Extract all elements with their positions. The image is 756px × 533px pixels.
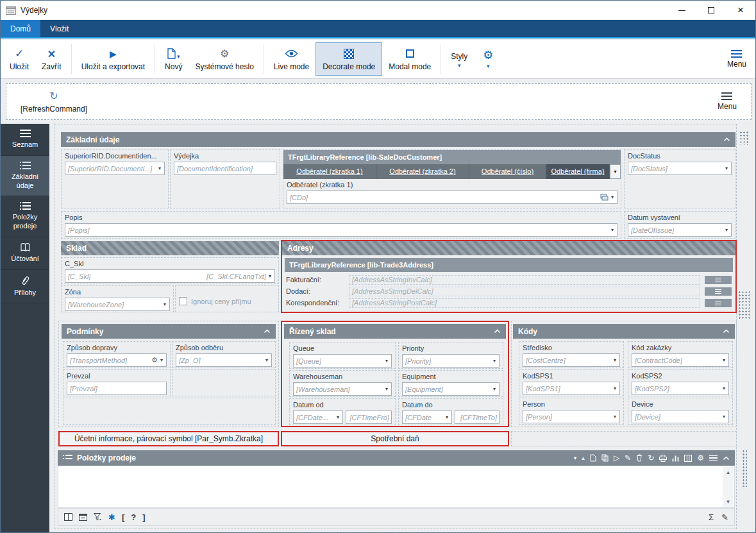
- minimize-button[interactable]: [667, 1, 696, 20]
- scroll-up-icon[interactable]: ▴: [727, 467, 730, 477]
- popis-combobox[interactable]: [Popis] ▾: [65, 223, 617, 237]
- run-icon[interactable]: ▷: [614, 454, 619, 462]
- close-doc-button[interactable]: × Zavřít: [35, 42, 68, 76]
- bar-spotrebni-dan[interactable]: Spotřební daň: [281, 431, 509, 446]
- sidebar-item-zakladni-udaje[interactable]: Základní údaje: [1, 156, 49, 197]
- edit-icon[interactable]: ✎: [625, 454, 631, 462]
- autofilter-icon[interactable]: ✱: [108, 513, 115, 521]
- section-header-polozky-prodeje[interactable]: Položky prodeje ▾ ▴ ▷ ✎ ↻ ⚙: [58, 450, 735, 466]
- document-identification-input[interactable]: [DocumentIdentification]: [174, 162, 276, 175]
- sum-icon[interactable]: Σ: [709, 513, 714, 521]
- field-ignoruj-ceny: Ignoruj ceny příjmu: [175, 285, 279, 312]
- bracket-right-icon[interactable]: ]: [142, 513, 145, 521]
- tab-odberatel-zkratka-2[interactable]: Odběratel (zkratka 2): [376, 164, 469, 179]
- filter-icon[interactable]: [94, 513, 102, 521]
- device-combobox[interactable]: [Device] ▾: [632, 410, 729, 423]
- prevzal-input[interactable]: [Prevzal]: [67, 382, 167, 395]
- print-icon[interactable]: [659, 455, 667, 462]
- collapse-icon[interactable]: [723, 329, 730, 334]
- save-button[interactable]: ✓ Uložit: [3, 42, 35, 76]
- copy-icon[interactable]: [601, 454, 609, 462]
- transport-method-combobox[interactable]: [TransportMethod] ⚙ ▾: [67, 353, 167, 367]
- sidebar-item-uctovani[interactable]: Účtování: [1, 237, 49, 270]
- settings-icon[interactable]: ⚙: [697, 454, 704, 462]
- person-combobox[interactable]: [Person] ▾: [523, 410, 620, 423]
- columns-icon[interactable]: [64, 513, 72, 521]
- collapse-icon[interactable]: [494, 329, 501, 334]
- gear-icon[interactable]: ⚙: [151, 357, 158, 364]
- kodsps2-combobox[interactable]: [KodSPS2] ▾: [632, 382, 729, 395]
- time-from-input[interactable]: [CFTimeFro]: [346, 410, 392, 424]
- caret-up-icon[interactable]: ▴: [582, 455, 585, 461]
- checkbox[interactable]: [179, 297, 187, 305]
- cdo-combobox[interactable]: [CDo] ▾: [287, 190, 617, 204]
- priority-combobox[interactable]: [Priority] ▾: [402, 354, 500, 368]
- new-item-icon[interactable]: [590, 454, 596, 462]
- docstatus-combobox[interactable]: [DocStatus] ▾: [628, 162, 732, 175]
- address-menu-button[interactable]: [705, 287, 732, 296]
- menu-button[interactable]: Menu: [721, 42, 753, 76]
- decorate-mode-button[interactable]: Decorate mode: [315, 42, 382, 76]
- refresh-command-button[interactable]: ↻ [RefreshCommand]: [14, 89, 94, 115]
- queue-combobox[interactable]: [Queue] ▾: [293, 354, 392, 368]
- warehouseman-combobox[interactable]: [Warehouseman] ▾: [293, 382, 392, 396]
- sidebar-item-seznam[interactable]: Seznam: [1, 124, 49, 156]
- address-menu-button[interactable]: [705, 276, 732, 284]
- tab-odberatel-cislo[interactable]: Odběratel (číslo): [469, 164, 546, 179]
- tab-vlozit[interactable]: Vložit: [40, 20, 78, 37]
- date-from-combobox[interactable]: [CFDate... ▾: [293, 410, 343, 424]
- vertical-scrollbar[interactable]: ▴ ▾: [723, 467, 734, 507]
- refresh-icon[interactable]: ↻: [648, 454, 654, 462]
- tab-odberatel-zkratka-1[interactable]: Odběratel (zkratka 1): [283, 164, 376, 179]
- date-to-combobox[interactable]: [CFDate ▾: [402, 410, 452, 424]
- date-of-issue-combobox[interactable]: [DateOfIssue] ▾: [628, 223, 732, 237]
- warehouse-zone-combobox[interactable]: [WarehouseZone] ▾: [65, 298, 170, 311]
- maximize-button[interactable]: [696, 1, 726, 20]
- address-menu-button[interactable]: [705, 299, 732, 307]
- toolbar-separator: [264, 44, 264, 74]
- menu-icon[interactable]: [709, 455, 718, 461]
- collapse-icon[interactable]: [723, 137, 730, 142]
- tab-odberatel-firma[interactable]: Odběratel (firma): [546, 164, 610, 179]
- styles-button[interactable]: Styly ▾: [444, 42, 474, 76]
- section-header-rizeny-sklad[interactable]: Řízený sklad: [284, 324, 506, 339]
- refresh-menu-button[interactable]: Menu: [711, 91, 743, 112]
- scroll-down-icon[interactable]: ▾: [727, 496, 730, 507]
- settings-dropdown-button[interactable]: ⚙ ▾: [474, 42, 502, 76]
- zp-o-combobox[interactable]: [Zp_O] ▾: [176, 353, 272, 367]
- collapse-icon[interactable]: [264, 329, 271, 334]
- columns-icon[interactable]: [684, 455, 692, 462]
- sidebar: Seznam Základní údaje Položky prodeje Úč…: [1, 124, 49, 532]
- help-icon[interactable]: ?: [131, 513, 136, 521]
- cost-centre-combobox[interactable]: [CostCentre] ▾: [523, 353, 620, 367]
- calendar-icon[interactable]: [79, 513, 87, 521]
- bar-ucetni-informace[interactable]: Účetní informace, párovací symbol [Par_S…: [58, 431, 279, 446]
- time-to-input[interactable]: [CFTimeTo]: [455, 410, 500, 424]
- sidebar-item-polozky-prodeje[interactable]: Položky prodeje: [1, 196, 49, 237]
- contract-code-combobox[interactable]: [ContractCode] ▾: [632, 353, 729, 367]
- sidebar-item-prilohy[interactable]: Přílohy: [1, 270, 49, 304]
- section-header-kody[interactable]: Kódy: [513, 324, 735, 339]
- new-button[interactable]: ▾ Nový: [158, 42, 189, 76]
- field-label: C_Skl: [65, 260, 275, 267]
- close-button[interactable]: ×: [726, 1, 755, 20]
- chart-icon[interactable]: [672, 455, 679, 462]
- section-header-podminky[interactable]: Podmínky: [62, 324, 276, 339]
- save-export-button[interactable]: ▶ Uložit a exportovat: [75, 42, 151, 76]
- collapse-icon[interactable]: [723, 456, 730, 461]
- edit-icon[interactable]: ✎: [721, 513, 728, 521]
- bracket-left-icon[interactable]: [: [122, 513, 124, 521]
- section-header-zakladni-udaje[interactable]: Základní údaje: [61, 132, 735, 147]
- live-mode-button[interactable]: Live mode: [267, 42, 315, 76]
- tab-domu[interactable]: Domů: [1, 20, 40, 37]
- delete-icon[interactable]: [636, 454, 643, 462]
- cskl-combobox[interactable]: [C_Skl] [C_Skl.CFLangTxt] ▾: [65, 269, 275, 283]
- system-password-button[interactable]: ⚙ Systémové heslo: [189, 42, 260, 76]
- superior-rid-combobox[interactable]: [SuperiorRID.Documenti...] ▾: [65, 162, 165, 175]
- items-grid[interactable]: ▴ ▾: [58, 466, 735, 508]
- dropdown-icon[interactable]: ▾: [574, 455, 577, 461]
- tab-overflow-button[interactable]: ▼: [610, 164, 621, 179]
- kodsps1-combobox[interactable]: [KodSPS1] ▾: [523, 382, 620, 395]
- modal-mode-button[interactable]: Modal mode: [382, 42, 437, 76]
- equipment-combobox[interactable]: [Equipment] ▾: [402, 382, 500, 396]
